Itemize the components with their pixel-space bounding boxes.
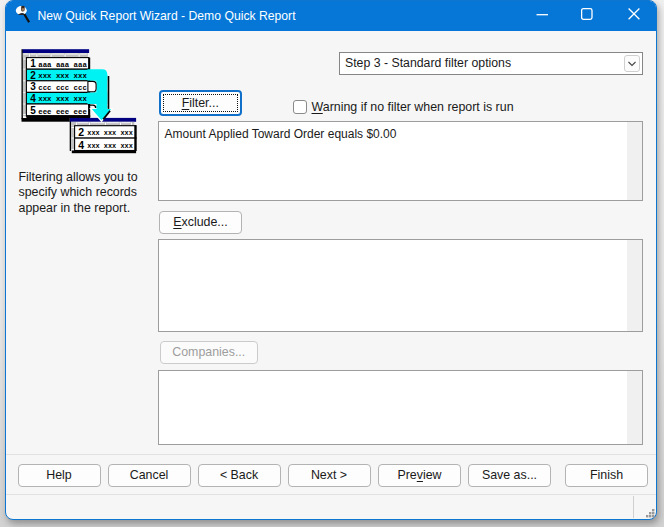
svg-text:2: 2 [78,126,84,138]
svg-text:eee eee eee: eee eee eee [38,108,87,116]
svg-text:2: 2 [30,70,36,81]
svg-text:xxx xxx xxx: xxx xxx xxx [38,95,87,103]
svg-text:ccc ccc ccc: ccc ccc ccc [38,84,87,92]
svg-text:3: 3 [30,81,36,92]
svg-text:4: 4 [30,93,36,104]
svg-text:xxx xxx xxx: xxx xxx xxx [87,129,133,137]
svg-text:aaa aaa aaa: aaa aaa aaa [38,61,87,69]
svg-text:5: 5 [30,105,36,116]
svg-text:xxx xxx xxx: xxx xxx xxx [38,72,87,80]
svg-text:4: 4 [78,139,84,151]
svg-text:xxx xxx xxx: xxx xxx xxx [87,142,133,150]
svg-text:1: 1 [30,58,36,69]
